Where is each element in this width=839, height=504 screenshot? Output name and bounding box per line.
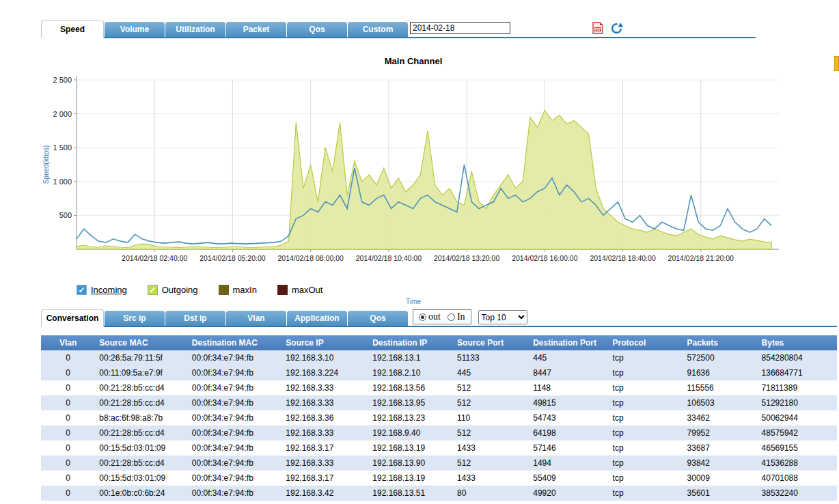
pdf-export-icon[interactable]: PDF [591,21,605,35]
legend-label: maxIn [233,285,257,295]
svg-text:1 500: 1 500 [53,143,72,152]
svg-text:2 000: 2 000 [53,110,72,118]
col-header-source-ip: Source IP [281,335,368,350]
cell-source-ip: 192.168.3.33 [281,425,368,440]
legend-label: maxOut [292,285,323,295]
tab-custom[interactable]: Custom [348,22,408,37]
tab-volume[interactable]: Volume [105,22,165,37]
svg-text:1 000: 1 000 [53,178,72,186]
svg-text:PDF: PDF [594,28,601,31]
cell-destination-port: 49920 [529,486,608,501]
svg-text:2014/02/18 16:00:00: 2014/02/18 16:00:00 [512,254,578,262]
cell-bytes: 51292180 [758,395,837,410]
cell-vlan: 0 [41,365,95,380]
tab-qos-filter[interactable]: Qos [348,311,408,326]
legend-item-maxin[interactable]: maxIn [219,285,257,295]
tab-speed[interactable]: Speed [41,20,104,38]
cell-vlan: 0 [41,440,95,456]
cell-source-port: 110 [453,410,529,425]
cell-source-mac: 00:11:09:5a:e7:9f [95,365,187,380]
radio-out[interactable]: out [419,311,441,322]
toolbar-icons: PDF [591,21,623,35]
cell-destination-mac: 00:0f:34:e7:94:fb [188,395,282,410]
table-row[interactable]: 000:15:5d:03:01:0900:0f:34:e7:94:fb192.1… [41,440,837,456]
cell-destination-port: 55409 [529,471,608,486]
cell-protocol: tcp [609,471,683,486]
svg-text:500: 500 [59,211,72,219]
cell-destination-ip: 192.168.13.51 [368,486,453,501]
cell-bytes: 71811389 [758,380,837,395]
table-row[interactable]: 000:11:09:5a:e7:9f00:0f:34:e7:94:fb192.1… [41,365,837,380]
legend-item-maxout[interactable]: maxOut [277,285,323,295]
table-row[interactable]: 000:15:5d:03:01:0900:0f:34:e7:94:fb192.1… [41,471,837,486]
tab-dst-ip[interactable]: Dst ip [165,311,225,326]
cell-bytes: 48575942 [758,425,837,440]
svg-text:2014/02/18 05:20:00: 2014/02/18 05:20:00 [200,254,266,262]
cell-destination-mac: 00:0f:34:e7:94:fb [188,425,282,440]
tab-utilization[interactable]: Utilization [165,22,225,37]
cell-destination-port: 1148 [529,380,608,395]
cell-source-port: 512 [453,380,529,395]
tab-application[interactable]: Application [287,311,347,326]
cell-source-mac: 00:21:28:b5:cc:d4 [95,380,187,395]
legend-item-outgoing[interactable]: ✓ Outgoing [148,285,198,295]
col-header-packets: Packets [683,335,758,350]
table-row[interactable]: 000:21:28:b5:cc:d400:0f:34:e7:94:fb192.1… [41,380,837,395]
scrollbar-thumb[interactable] [834,56,839,71]
cell-destination-mac: 00:0f:34:e7:94:fb [188,471,282,486]
col-header-vlan: Vlan [41,335,95,350]
cell-vlan: 0 [41,486,95,501]
cell-source-port: 445 [453,365,529,380]
tab-conversation[interactable]: Conversation [41,309,104,327]
radio-in-circle-icon [448,313,455,321]
table-row[interactable]: 000:21:28:b5:cc:d400:0f:34:e7:94:fb192.1… [41,456,837,471]
cell-protocol: tcp [609,486,683,501]
cell-destination-ip: 192.168.2.10 [368,365,453,380]
cell-source-port: 1433 [453,440,529,456]
cell-destination-mac: 00:0f:34:e7:94:fb [188,486,282,501]
legend-label: Outgoing [162,285,198,295]
cell-packets: 115556 [683,380,758,395]
radio-in-label: In [457,311,465,322]
table-row[interactable]: 000:1e:0b:c0:6b:2400:0f:34:e7:94:fb192.1… [41,486,837,501]
cell-destination-ip: 192.168.9.40 [368,425,453,440]
col-header-destination-port: Destination Port [529,335,608,350]
cell-bytes: 41536288 [758,456,837,471]
tab-src-ip[interactable]: Src ip [105,311,165,326]
top-n-select[interactable]: Top 10 [478,310,527,324]
tab-qos[interactable]: Qos [287,22,347,37]
x-axis-title: Time [41,298,786,305]
cell-destination-ip: 192.168.13.23 [368,410,453,425]
legend-item-incoming[interactable]: ✓ Incoming [77,285,127,295]
table-row[interactable]: 000:21:28:b5:cc:d400:0f:34:e7:94:fb192.1… [41,425,837,440]
table-row[interactable]: 000:21:28:b5:cc:d400:0f:34:e7:94:fb192.1… [41,395,837,410]
cell-source-mac: 00:21:28:b5:cc:d4 [95,425,187,440]
cell-source-ip: 192.168.3.42 [281,486,368,501]
tab-packet[interactable]: Packet [226,22,286,37]
cell-source-ip: 192.168.3.36 [281,410,368,425]
cell-packets: 93842 [683,456,758,471]
cell-destination-port: 445 [529,350,608,365]
cell-protocol: tcp [609,365,683,380]
cell-destination-ip: 192.168.13.90 [368,456,453,471]
svg-text:2014/02/18 21:20:00: 2014/02/18 21:20:00 [668,254,734,262]
cell-protocol: tcp [609,425,683,440]
cell-source-ip: 192.168.3.17 [281,440,368,456]
speed-chart[interactable]: 5001 0001 5002 0002 5002014/02/18 02:40:… [41,72,786,278]
cell-protocol: tcp [609,410,683,425]
cell-source-port: 80 [453,486,529,501]
refresh-icon[interactable] [610,22,623,35]
tab-vlan[interactable]: Vlan [226,311,286,326]
cell-source-ip: 192.168.3.224 [281,365,368,380]
cell-protocol: tcp [609,380,683,395]
table-row[interactable]: 0b8:ac:6f:98:a8:7b00:0f:34:e7:94:fb192.1… [41,410,837,425]
cell-destination-port: 54743 [529,410,608,425]
table-row[interactable]: 000:26:5a:79:11:5f00:0f:34:e7:94:fb192.1… [41,350,837,365]
date-input[interactable] [410,22,510,34]
maxout-swatch-icon [277,285,288,295]
radio-in[interactable]: In [448,311,465,322]
cell-source-mac: 00:15:5d:03:01:09 [95,440,187,456]
cell-bytes: 46569155 [758,440,837,456]
cell-packets: 572500 [683,350,758,365]
cell-destination-ip: 192.168.13.1 [368,350,453,365]
